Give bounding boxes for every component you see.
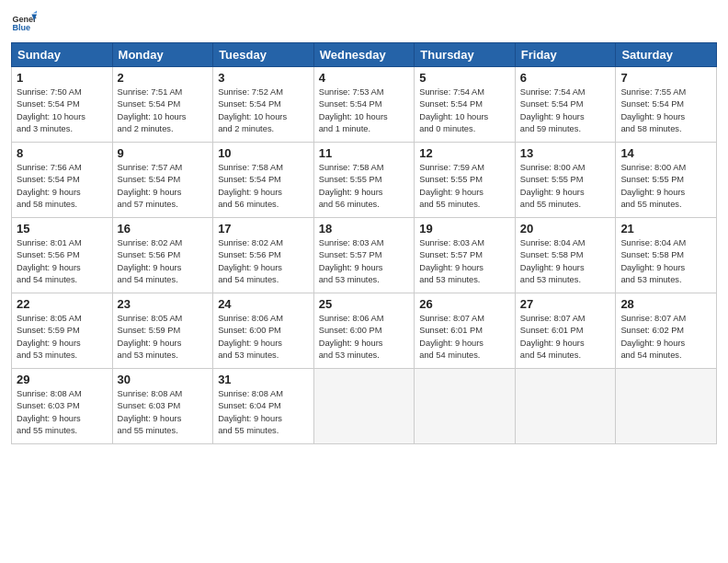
day-number: 25 [319,297,410,311]
col-thursday: Thursday [415,43,516,67]
day-info: Sunrise: 8:00 AMSunset: 5:55 PMDaylight:… [520,162,611,212]
page-container: General Blue Sunday Monday Tuesday Wedne… [0,0,728,452]
calendar-cell [515,369,616,444]
calendar-cell: 15Sunrise: 8:01 AMSunset: 5:56 PMDayligh… [12,218,113,293]
day-number: 16 [118,222,209,236]
day-number: 23 [118,297,209,311]
calendar-cell: 14Sunrise: 8:00 AMSunset: 5:55 PMDayligh… [616,143,717,218]
calendar-cell [313,369,415,444]
day-number: 30 [118,373,209,386]
calendar-cell: 2Sunrise: 7:51 AMSunset: 5:54 PMDaylight… [112,67,213,143]
day-number: 14 [620,146,711,160]
calendar-cell: 3Sunrise: 7:52 AMSunset: 5:54 PMDaylight… [213,67,314,143]
day-number: 13 [520,146,611,160]
calendar-cell: 24Sunrise: 8:06 AMSunset: 6:00 PMDayligh… [213,293,314,369]
svg-marker-3 [33,10,37,13]
calendar-cell: 17Sunrise: 8:02 AMSunset: 5:56 PMDayligh… [213,218,314,293]
day-info: Sunrise: 8:01 AMSunset: 5:56 PMDaylight:… [17,237,108,287]
day-info: Sunrise: 8:07 AMSunset: 6:01 PMDaylight:… [419,313,510,362]
day-info: Sunrise: 8:08 AMSunset: 6:04 PMDaylight:… [218,388,309,438]
day-info: Sunrise: 8:08 AMSunset: 6:03 PMDaylight:… [17,388,108,438]
calendar-week-row: 29Sunrise: 8:08 AMSunset: 6:03 PMDayligh… [12,369,717,444]
day-info: Sunrise: 7:58 AMSunset: 5:54 PMDaylight:… [218,162,309,212]
svg-text:Blue: Blue [12,23,30,32]
day-info: Sunrise: 8:04 AMSunset: 5:58 PMDaylight:… [520,237,611,287]
calendar-cell: 4Sunrise: 7:53 AMSunset: 5:54 PMDaylight… [313,67,415,143]
day-info: Sunrise: 8:05 AMSunset: 5:59 PMDaylight:… [118,313,209,362]
day-number: 19 [419,222,510,236]
day-number: 5 [419,71,510,85]
day-number: 26 [419,297,510,311]
day-number: 7 [620,71,711,85]
calendar-cell: 20Sunrise: 8:04 AMSunset: 5:58 PMDayligh… [515,218,616,293]
day-number: 10 [218,146,309,160]
day-number: 12 [419,146,510,160]
calendar-cell: 29Sunrise: 8:08 AMSunset: 6:03 PMDayligh… [12,369,113,444]
day-info: Sunrise: 8:06 AMSunset: 6:00 PMDaylight:… [319,313,410,362]
day-info: Sunrise: 8:05 AMSunset: 5:59 PMDaylight:… [17,313,108,362]
logo-icon: General Blue [11,9,37,35]
day-info: Sunrise: 7:57 AMSunset: 5:54 PMDaylight:… [118,162,209,212]
calendar-cell: 23Sunrise: 8:05 AMSunset: 5:59 PMDayligh… [112,293,213,369]
day-info: Sunrise: 8:03 AMSunset: 5:57 PMDaylight:… [319,237,410,287]
day-info: Sunrise: 8:08 AMSunset: 6:03 PMDaylight:… [118,388,209,438]
calendar-cell: 1Sunrise: 7:50 AMSunset: 5:54 PMDaylight… [12,67,113,143]
calendar-cell: 27Sunrise: 8:07 AMSunset: 6:01 PMDayligh… [515,293,616,369]
calendar-cell: 13Sunrise: 8:00 AMSunset: 5:55 PMDayligh… [515,143,616,218]
day-info: Sunrise: 7:58 AMSunset: 5:55 PMDaylight:… [319,162,410,212]
calendar-cell: 22Sunrise: 8:05 AMSunset: 5:59 PMDayligh… [12,293,113,369]
day-info: Sunrise: 8:07 AMSunset: 6:02 PMDaylight:… [620,313,711,362]
day-number: 29 [17,373,108,386]
calendar-week-row: 1Sunrise: 7:50 AMSunset: 5:54 PMDaylight… [12,67,717,143]
day-info: Sunrise: 7:53 AMSunset: 5:54 PMDaylight:… [319,86,410,136]
calendar-cell: 19Sunrise: 8:03 AMSunset: 5:57 PMDayligh… [415,218,516,293]
day-number: 15 [17,222,108,236]
day-number: 28 [620,297,711,311]
day-info: Sunrise: 7:50 AMSunset: 5:54 PMDaylight:… [17,86,108,136]
day-info: Sunrise: 8:04 AMSunset: 5:58 PMDaylight:… [620,237,711,287]
day-number: 3 [218,71,309,85]
day-info: Sunrise: 7:55 AMSunset: 5:54 PMDaylight:… [620,86,711,136]
day-number: 24 [218,297,309,311]
calendar-week-row: 22Sunrise: 8:05 AMSunset: 5:59 PMDayligh… [12,293,717,369]
calendar-table: Sunday Monday Tuesday Wednesday Thursday… [11,42,717,444]
day-number: 11 [319,146,410,160]
col-tuesday: Tuesday [213,43,314,67]
col-friday: Friday [515,43,616,67]
day-info: Sunrise: 7:56 AMSunset: 5:54 PMDaylight:… [17,162,108,212]
day-info: Sunrise: 8:06 AMSunset: 6:00 PMDaylight:… [218,313,309,362]
calendar-cell [415,369,516,444]
calendar-cell: 16Sunrise: 8:02 AMSunset: 5:56 PMDayligh… [112,218,213,293]
calendar-cell: 28Sunrise: 8:07 AMSunset: 6:02 PMDayligh… [616,293,717,369]
calendar-cell: 9Sunrise: 7:57 AMSunset: 5:54 PMDaylight… [112,143,213,218]
col-monday: Monday [112,43,213,67]
calendar-cell [616,369,717,444]
calendar-cell: 30Sunrise: 8:08 AMSunset: 6:03 PMDayligh… [112,369,213,444]
calendar-cell: 8Sunrise: 7:56 AMSunset: 5:54 PMDaylight… [12,143,113,218]
day-number: 21 [620,222,711,236]
day-number: 27 [520,297,611,311]
day-number: 17 [218,222,309,236]
day-number: 22 [17,297,108,311]
day-info: Sunrise: 8:02 AMSunset: 5:56 PMDaylight:… [218,237,309,287]
day-number: 18 [319,222,410,236]
day-info: Sunrise: 7:51 AMSunset: 5:54 PMDaylight:… [118,86,209,136]
day-info: Sunrise: 7:54 AMSunset: 5:54 PMDaylight:… [419,86,510,136]
day-info: Sunrise: 7:54 AMSunset: 5:54 PMDaylight:… [520,86,611,136]
day-info: Sunrise: 8:02 AMSunset: 5:56 PMDaylight:… [118,237,209,287]
header: General Blue [11,9,717,35]
col-sunday: Sunday [12,43,113,67]
day-number: 31 [218,373,309,386]
calendar-cell: 11Sunrise: 7:58 AMSunset: 5:55 PMDayligh… [313,143,415,218]
day-number: 20 [520,222,611,236]
day-number: 4 [319,71,410,85]
day-number: 8 [17,146,108,160]
day-number: 9 [118,146,209,160]
calendar-week-row: 8Sunrise: 7:56 AMSunset: 5:54 PMDaylight… [12,143,717,218]
calendar-cell: 7Sunrise: 7:55 AMSunset: 5:54 PMDaylight… [616,67,717,143]
col-saturday: Saturday [616,43,717,67]
day-number: 1 [17,71,108,85]
day-number: 6 [520,71,611,85]
day-info: Sunrise: 8:00 AMSunset: 5:55 PMDaylight:… [620,162,711,212]
calendar-cell: 21Sunrise: 8:04 AMSunset: 5:58 PMDayligh… [616,218,717,293]
